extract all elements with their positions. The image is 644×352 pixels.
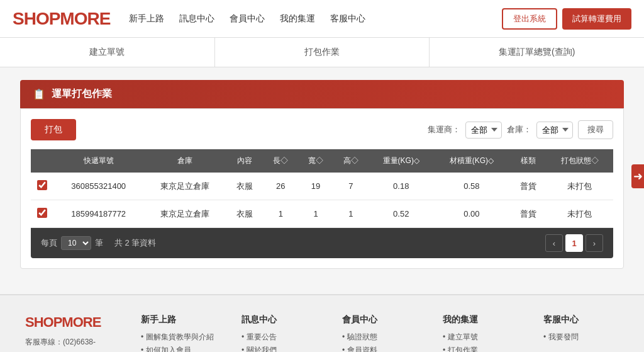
footer-col-beginner: 新手上路 圖解集貨教學與介紹 如何加入會員 如何填量 如何付款 如何重新訂量: [141, 314, 216, 352]
next-page-button[interactable]: ›: [586, 234, 603, 252]
warehouse-label: 倉庫：: [507, 124, 531, 135]
nav-item-member[interactable]: 會員中心: [230, 13, 265, 25]
col-warehouse: 倉庫: [143, 149, 226, 173]
row2-width: 1: [298, 200, 333, 228]
row2-checkbox[interactable]: [37, 208, 47, 218]
nav-item-shipping[interactable]: 我的集運: [280, 13, 315, 25]
carrier-select[interactable]: 全部: [465, 122, 502, 139]
footer-col-support: 客服中心 我要發問: [543, 314, 619, 352]
col-width: 寬◇: [298, 149, 333, 173]
page-nav: ‹ 1 ›: [545, 234, 603, 252]
per-page-select[interactable]: 10: [61, 236, 91, 250]
footer-col-news: 訊息中心 重要公告 關於我們: [242, 314, 317, 352]
row2-checkbox-cell: [31, 200, 53, 228]
table-row: 185994187772 東京足立倉庫 衣服 1 1 1 0.52 0.00 普…: [31, 200, 613, 228]
footer-brand: SHOPMORE 客服專線：(02)6638-2388#672、(02)6638…: [25, 314, 116, 352]
tab-pack[interactable]: 打包作業: [215, 38, 430, 67]
search-button[interactable]: 搜尋: [578, 120, 613, 139]
col-weight: 重量(KG)◇: [369, 149, 434, 173]
nav-item-support[interactable]: 客服中心: [330, 13, 365, 25]
row1-content: 衣服: [226, 173, 264, 200]
calc-button[interactable]: 試算轉運費用: [562, 8, 631, 30]
warehouse-select[interactable]: 全部: [536, 122, 573, 139]
row1-volume-weight: 0.58: [434, 173, 510, 200]
logo: SHOPMORE: [13, 9, 110, 29]
nav-item-news[interactable]: 訊息中心: [179, 13, 214, 25]
row2-tracking: 185994187772: [53, 200, 143, 228]
per-page-group: 每頁 10 筆 共 2 筆資料: [41, 236, 156, 250]
col-height: 高◇: [333, 149, 369, 173]
col-status: 打包狀態◇: [547, 149, 613, 173]
row2-volume-weight: 0.00: [434, 200, 510, 228]
footer: SHOPMORE 客服專線：(02)6638-2388#672、(02)6638…: [0, 294, 644, 352]
row2-content: 衣服: [226, 200, 264, 228]
main-nav: 新手上路 訊息中心 會員中心 我的集運 客服中心: [129, 13, 502, 25]
footer-top: SHOPMORE 客服專線：(02)6638-2388#672、(02)6638…: [25, 314, 619, 352]
header-buttons: 登出系統 試算轉運費用: [502, 8, 631, 30]
col-category: 樣類: [509, 149, 547, 173]
row2-length: 1: [263, 200, 298, 228]
col-checkbox: [31, 149, 53, 173]
per-page-unit: 筆: [95, 237, 103, 249]
tabs-bar: 建立單號 打包作業 集運訂單總覽(查詢): [0, 38, 644, 67]
col-volume-weight: 材積重(KG)◇: [434, 149, 510, 173]
col-content: 內容: [226, 149, 264, 173]
tab-overview[interactable]: 集運訂單總覽(查詢): [430, 38, 644, 67]
pagination-bar: 每頁 10 筆 共 2 筆資料 ‹ 1 ›: [31, 228, 613, 258]
row1-status: 未打包: [547, 173, 613, 200]
tab-create-order[interactable]: 建立單號: [0, 38, 215, 67]
per-page-label: 每頁: [41, 237, 57, 249]
page-1-button[interactable]: 1: [565, 234, 583, 252]
row2-height: 1: [333, 200, 369, 228]
row1-width: 19: [298, 173, 333, 200]
footer-col-member: 會員中心 驗證狀態 會員資料: [342, 314, 418, 352]
row1-category: 普貨: [509, 173, 547, 200]
prev-page-button[interactable]: ‹: [545, 234, 563, 252]
col-length: 長◇: [263, 149, 298, 173]
section-header: 📋 運單打包作業: [20, 80, 624, 108]
section-title: 運單打包作業: [52, 88, 112, 101]
row1-length: 26: [263, 173, 298, 200]
footer-col-shipping: 我的集運 建立單號 打包作業 集運訂單總覽/查詢: [443, 314, 518, 352]
main-content: 📋 運單打包作業 打包 集運商： 全部 倉庫： 全部 搜尋: [8, 67, 636, 281]
data-table: 快遞單號 倉庫 內容 長◇ 寬◇ 高◇ 重量(KG)◇ 材積重(KG)◇ 樣類 …: [31, 149, 613, 228]
filter-group: 集運商： 全部 倉庫： 全部 搜尋: [428, 120, 613, 139]
login-button[interactable]: 登出系統: [502, 8, 557, 30]
row1-checkbox[interactable]: [37, 180, 47, 190]
row1-checkbox-cell: [31, 173, 53, 200]
table-row: 360855321400 東京足立倉庫 衣服 26 19 7 0.18 0.58…: [31, 173, 613, 200]
footer-contact: 客服專線：(02)6638-2388#672、(02)6638-2388#643…: [25, 336, 116, 352]
row2-category: 普貨: [509, 200, 547, 228]
pack-button[interactable]: 打包: [31, 119, 76, 140]
total-records: 共 2 筆資料: [114, 237, 156, 249]
row2-weight: 0.52: [369, 200, 434, 228]
nav-item-beginner[interactable]: 新手上路: [129, 13, 164, 25]
section-icon: 📋: [33, 88, 45, 100]
footer-logo: SHOPMORE: [25, 314, 116, 331]
side-expand-arrow[interactable]: ➜: [631, 164, 644, 188]
carrier-label: 集運商：: [428, 124, 460, 135]
content-box: 打包 集運商： 全部 倉庫： 全部 搜尋 快遞單號 倉庫: [20, 108, 624, 269]
header: SHOPMORE 新手上路 訊息中心 會員中心 我的集運 客服中心 登出系統 試…: [0, 0, 644, 38]
toolbar: 打包 集運商： 全部 倉庫： 全部 搜尋: [31, 119, 613, 140]
row1-warehouse: 東京足立倉庫: [143, 173, 226, 200]
row2-warehouse: 東京足立倉庫: [143, 200, 226, 228]
row1-height: 7: [333, 173, 369, 200]
row1-tracking: 360855321400: [53, 173, 143, 200]
row2-status: 未打包: [547, 200, 613, 228]
row1-weight: 0.18: [369, 173, 434, 200]
col-tracking: 快遞單號: [53, 149, 143, 173]
